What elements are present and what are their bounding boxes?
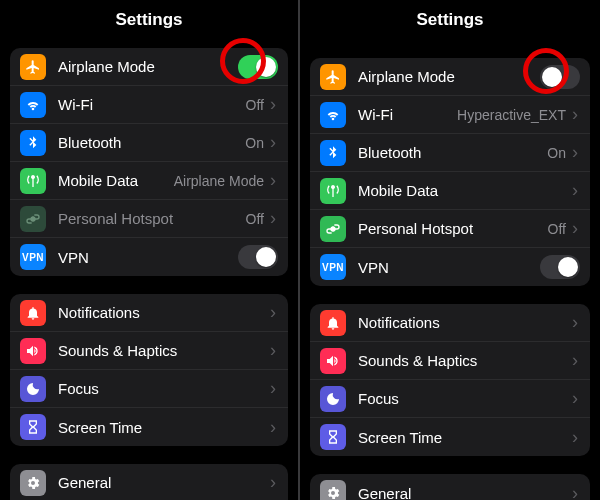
row-label: Mobile Data	[58, 172, 174, 189]
page-title: Settings	[0, 0, 298, 38]
chevron-right-icon: ›	[268, 417, 278, 438]
airplane-icon	[20, 54, 46, 80]
row-vpn[interactable]: VPN VPN	[10, 238, 288, 276]
bell-icon	[320, 310, 346, 336]
chevron-right-icon: ›	[268, 378, 278, 399]
row-label: Personal Hotspot	[358, 220, 548, 237]
row-screen-time[interactable]: Screen Time ›	[10, 408, 288, 446]
chevron-right-icon: ›	[268, 170, 278, 191]
row-label: Bluetooth	[358, 144, 547, 161]
airplane-toggle[interactable]	[540, 65, 580, 89]
settings-panel-left: Settings Airplane Mode Wi-Fi Off › Bluet…	[0, 0, 300, 500]
row-sounds[interactable]: Sounds & Haptics ›	[10, 332, 288, 370]
settings-group-notifications: Notifications › Sounds & Haptics › Focus…	[10, 294, 288, 446]
bluetooth-icon	[320, 140, 346, 166]
row-wifi[interactable]: Wi-Fi Off ›	[10, 86, 288, 124]
wifi-icon	[320, 102, 346, 128]
row-general[interactable]: General ›	[10, 464, 288, 500]
chevron-right-icon: ›	[570, 483, 580, 501]
row-airplane-mode[interactable]: Airplane Mode	[310, 58, 590, 96]
row-label: Sounds & Haptics	[358, 352, 570, 369]
row-label: VPN	[58, 249, 238, 266]
vpn-icon: VPN	[320, 254, 346, 280]
chevron-right-icon: ›	[570, 350, 580, 371]
row-value: Hyperactive_EXT	[457, 107, 566, 123]
vpn-toggle[interactable]	[238, 245, 278, 269]
page-title: Settings	[300, 0, 600, 38]
gear-icon	[320, 480, 346, 500]
hourglass-icon	[20, 414, 46, 440]
moon-icon	[20, 376, 46, 402]
row-value: On	[245, 135, 264, 151]
row-focus[interactable]: Focus ›	[10, 370, 288, 408]
row-value: On	[547, 145, 566, 161]
row-label: Airplane Mode	[358, 68, 540, 85]
row-general[interactable]: General ›	[310, 474, 590, 500]
row-personal-hotspot[interactable]: Personal Hotspot Off ›	[10, 200, 288, 238]
chevron-right-icon: ›	[570, 312, 580, 333]
chevron-right-icon: ›	[268, 340, 278, 361]
settings-group-general: General › Control Centre ›	[10, 464, 288, 500]
row-screen-time[interactable]: Screen Time ›	[310, 418, 590, 456]
row-value: Off	[246, 211, 264, 227]
row-label: Notifications	[58, 304, 268, 321]
hourglass-icon	[320, 424, 346, 450]
chevron-right-icon: ›	[268, 208, 278, 229]
speaker-icon	[20, 338, 46, 364]
row-label: Screen Time	[358, 429, 570, 446]
bell-icon	[20, 300, 46, 326]
row-value: Off	[246, 97, 264, 113]
row-value: Airplane Mode	[174, 173, 264, 189]
gear-icon	[20, 470, 46, 496]
row-bluetooth[interactable]: Bluetooth On ›	[310, 134, 590, 172]
row-label: Personal Hotspot	[58, 210, 246, 227]
chevron-right-icon: ›	[268, 302, 278, 323]
row-wifi[interactable]: Wi-Fi Hyperactive_EXT ›	[310, 96, 590, 134]
settings-group-notifications: Notifications › Sounds & Haptics › Focus…	[310, 304, 590, 456]
row-label: Airplane Mode	[58, 58, 238, 75]
row-value: Off	[548, 221, 566, 237]
row-sounds[interactable]: Sounds & Haptics ›	[310, 342, 590, 380]
chevron-right-icon: ›	[570, 180, 580, 201]
row-label: Focus	[358, 390, 570, 407]
airplane-icon	[320, 64, 346, 90]
chevron-right-icon: ›	[570, 218, 580, 239]
row-bluetooth[interactable]: Bluetooth On ›	[10, 124, 288, 162]
row-label: Wi-Fi	[358, 106, 457, 123]
hotspot-icon	[20, 206, 46, 232]
row-vpn[interactable]: VPN VPN	[310, 248, 590, 286]
bluetooth-icon	[20, 130, 46, 156]
chevron-right-icon: ›	[570, 388, 580, 409]
settings-panel-right: Settings Airplane Mode Wi-Fi Hyperactive…	[300, 0, 600, 500]
row-label: General	[58, 474, 268, 491]
row-mobile-data[interactable]: Mobile Data ›	[310, 172, 590, 210]
row-mobile-data[interactable]: Mobile Data Airplane Mode ›	[10, 162, 288, 200]
row-notifications[interactable]: Notifications ›	[10, 294, 288, 332]
antenna-icon	[20, 168, 46, 194]
vpn-icon: VPN	[20, 244, 46, 270]
settings-group-connectivity: Airplane Mode Wi-Fi Off › Bluetooth On ›…	[10, 48, 288, 276]
chevron-right-icon: ›	[570, 427, 580, 448]
chevron-right-icon: ›	[570, 104, 580, 125]
row-personal-hotspot[interactable]: Personal Hotspot Off ›	[310, 210, 590, 248]
row-notifications[interactable]: Notifications ›	[310, 304, 590, 342]
row-label: Sounds & Haptics	[58, 342, 268, 359]
chevron-right-icon: ›	[268, 94, 278, 115]
settings-group-connectivity: Airplane Mode Wi-Fi Hyperactive_EXT › Bl…	[310, 58, 590, 286]
row-label: Wi-Fi	[58, 96, 246, 113]
airplane-toggle[interactable]	[238, 55, 278, 79]
chevron-right-icon: ›	[570, 142, 580, 163]
vpn-toggle[interactable]	[540, 255, 580, 279]
row-label: General	[358, 485, 570, 501]
row-label: VPN	[358, 259, 540, 276]
row-label: Notifications	[358, 314, 570, 331]
settings-group-general: General ›	[310, 474, 590, 500]
row-label: Mobile Data	[358, 182, 570, 199]
row-airplane-mode[interactable]: Airplane Mode	[10, 48, 288, 86]
row-label: Screen Time	[58, 419, 268, 436]
row-label: Focus	[58, 380, 268, 397]
row-focus[interactable]: Focus ›	[310, 380, 590, 418]
chevron-right-icon: ›	[268, 132, 278, 153]
moon-icon	[320, 386, 346, 412]
row-label: Bluetooth	[58, 134, 245, 151]
